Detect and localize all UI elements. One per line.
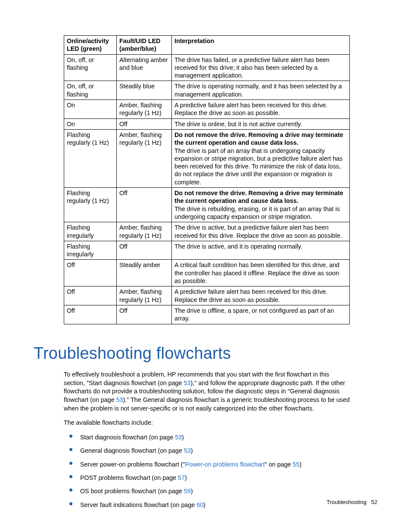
table-row: On, off, or flashing Alternating amber a… — [64, 54, 350, 81]
cell-online: Flashing irregularly — [64, 222, 117, 241]
cell-fault: Amber, flashing regularly (1 Hz) — [117, 222, 172, 241]
cell-interp: Do not remove the drive. Removing a driv… — [172, 129, 350, 187]
cell-online: On — [64, 118, 117, 129]
cell-interp: The drive has failed, or a predictive fa… — [172, 54, 350, 81]
text-fragment: ) — [185, 474, 187, 481]
table-row: On Amber, flashing regularly (1 Hz) A pr… — [64, 100, 350, 119]
cell-online: On, off, or flashing — [64, 54, 117, 81]
cell-interp: The drive is offline, a spare, or not co… — [172, 305, 350, 324]
text-fragment: OS boot problems flowchart (on page — [80, 488, 184, 495]
cell-fault: Off — [117, 305, 172, 324]
text-fragment: Start diagnosis flowchart (on page — [80, 434, 175, 441]
table-header-row: Online/activity LED (green) Fault/UID LE… — [64, 36, 350, 55]
warning-rest: The drive is part of an array that is un… — [174, 147, 342, 186]
flowchart-list: Start diagnosis flowchart (on page 53) G… — [64, 433, 350, 509]
section-heading: Troubleshooting flowcharts — [34, 342, 377, 364]
cell-interp: The drive is online, but it is not activ… — [172, 118, 350, 129]
table-row: Flashing regularly (1 Hz) Off Do not rem… — [64, 188, 350, 222]
page-link-53[interactable]: 53 — [184, 447, 191, 454]
text-fragment: ) — [191, 447, 193, 454]
table-row: On Off The drive is online, but it is no… — [64, 118, 350, 129]
link-power-on-problems[interactable]: Power-on problems flowchart — [185, 461, 265, 468]
text-fragment: ) — [182, 434, 184, 441]
text-fragment: Server power-on problems flowchart (" — [80, 461, 185, 468]
page-link-60[interactable]: 60 — [196, 501, 203, 508]
page-link-53[interactable]: 53 — [184, 380, 190, 386]
warning-rest: The drive is rebuilding, erasing, or it … — [174, 205, 340, 220]
cell-online: Flashing regularly (1 Hz) — [64, 129, 117, 187]
cell-fault: Amber, flashing regularly (1 Hz) — [117, 286, 172, 305]
table-row: Off Off The drive is offline, a spare, o… — [64, 305, 350, 324]
table-row: Off Steadily amber A critical fault cond… — [64, 260, 350, 286]
footer-section-label: Troubleshooting — [327, 499, 367, 505]
page-link-53[interactable]: 53 — [116, 396, 123, 403]
list-item: Server fault indications flowchart (on p… — [78, 501, 350, 509]
page-link-53[interactable]: 53 — [175, 434, 182, 441]
cell-online: Off — [64, 260, 117, 286]
intro-paragraph-2: The available flowcharts include: — [64, 419, 350, 427]
cell-interp: Do not remove the drive. Removing a driv… — [172, 188, 350, 222]
page-link-55[interactable]: 55 — [293, 461, 299, 468]
cell-fault: Off — [117, 188, 172, 222]
cell-interp: A predictive failure alert has been rece… — [172, 100, 350, 119]
cell-fault: Off — [117, 118, 172, 129]
list-item: General diagnosis flowchart (on page 53) — [78, 447, 350, 455]
list-item: Server power-on problems flowchart ("Pow… — [78, 460, 350, 469]
text-fragment: POST problems flowchart (on page — [80, 474, 178, 481]
page-link-59[interactable]: 59 — [184, 488, 191, 495]
cell-interp: The drive is operating normally, and it … — [172, 81, 350, 100]
cell-interp: The drive is active, but a predictive fa… — [172, 222, 350, 241]
table-row: Off Amber, flashing regularly (1 Hz) A p… — [64, 286, 350, 305]
list-item: OS boot problems flowchart (on page 59) — [78, 487, 350, 495]
cell-online: On — [64, 100, 117, 119]
cell-fault: Alternating amber and blue — [117, 54, 172, 81]
text-fragment: ) — [299, 461, 302, 468]
table-row: On, off, or flashing Steadily blue The d… — [64, 81, 350, 100]
cell-fault: Off — [117, 241, 172, 260]
led-table: Online/activity LED (green) Fault/UID LE… — [64, 35, 350, 324]
intro-paragraph-1: To effectively troubleshoot a problem, H… — [64, 370, 350, 413]
text-fragment: Server fault indications flowchart (on p… — [80, 501, 196, 508]
list-item: Start diagnosis flowchart (on page 53) — [78, 433, 350, 442]
footer-page-number: 52 — [371, 499, 377, 505]
cell-fault: Amber, flashing regularly (1 Hz) — [117, 129, 172, 187]
page: Online/activity LED (green) Fault/UID LE… — [0, 0, 411, 532]
page-footer: Troubleshooting 52 — [327, 498, 377, 506]
cell-interp: A critical fault condition has been iden… — [172, 260, 350, 286]
body-text: To effectively troubleshoot a problem, H… — [64, 370, 350, 509]
cell-fault: Steadily amber — [117, 260, 172, 286]
cell-online: Flashing regularly (1 Hz) — [64, 188, 117, 222]
cell-online: Off — [64, 305, 117, 324]
page-link-57[interactable]: 57 — [178, 474, 185, 481]
cell-interp: The drive is active, and it is operating… — [172, 241, 350, 260]
warning-bold: Do not remove the drive. Removing a driv… — [174, 190, 343, 204]
cell-online: On, off, or flashing — [64, 81, 117, 100]
header-col2: Fault/UID LED (amber/blue) — [117, 36, 172, 55]
cell-interp: A predictive failure alert has been rece… — [172, 286, 350, 305]
header-col1: Online/activity LED (green) — [64, 36, 117, 55]
list-item: POST problems flowchart (on page 57) — [78, 474, 350, 482]
table-row: Flashing irregularly Amber, flashing reg… — [64, 222, 350, 241]
cell-fault: Amber, flashing regularly (1 Hz) — [117, 100, 172, 119]
text-fragment: General diagnosis flowchart (on page — [80, 447, 184, 454]
text-fragment: " on page — [265, 461, 293, 468]
cell-online: Off — [64, 286, 117, 305]
warning-bold: Do not remove the drive. Removing a driv… — [174, 131, 343, 146]
text-fragment: ) — [203, 501, 206, 508]
text-fragment: ) — [191, 488, 193, 495]
table-row: Flashing regularly (1 Hz) Amber, flashin… — [64, 129, 350, 187]
cell-fault: Steadily blue — [117, 81, 172, 100]
table-row: Flashing irregularly Off The drive is ac… — [64, 241, 350, 260]
cell-online: Flashing irregularly — [64, 241, 117, 260]
header-col3: Interpretation — [172, 36, 350, 55]
